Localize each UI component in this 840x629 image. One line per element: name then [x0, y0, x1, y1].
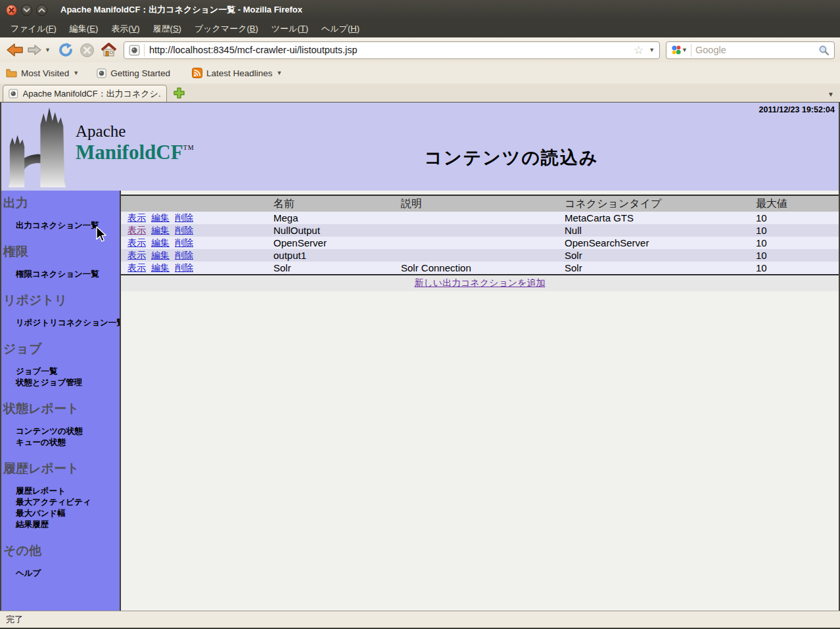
delete-link[interactable]: 削除 — [175, 212, 193, 224]
bookmark-most-visited[interactable]: Most Visited ▼ — [6, 68, 79, 78]
connection-name-cell: NullOutput — [268, 225, 396, 236]
bookmark-getting-started[interactable]: Getting Started — [97, 68, 174, 78]
all-tabs-button[interactable]: ▼ — [828, 91, 834, 98]
edit-link[interactable]: 編集 — [151, 237, 170, 249]
google-icon — [671, 45, 682, 55]
menu-edit[interactable]: 編集(E) — [63, 20, 105, 37]
row-actions: 表示 編集 削除 — [121, 237, 268, 249]
view-link[interactable]: 表示 — [128, 212, 146, 224]
add-connection-link[interactable]: 新しい出力コネクションを追加 — [415, 277, 546, 289]
edit-link[interactable]: 編集 — [151, 250, 170, 262]
row-actions: 表示 編集 削除 — [121, 212, 268, 224]
edit-link[interactable]: 編集 — [151, 212, 170, 224]
connection-name-cell: Solr — [268, 262, 396, 273]
edit-link[interactable]: 編集 — [151, 225, 170, 237]
nav-toolbar: ▼ ☆ ▼ ▼ — [0, 37, 840, 62]
connection-name-cell: Mega — [268, 212, 396, 223]
connection-type-cell: Solr — [559, 262, 751, 273]
delete-link[interactable]: 削除 — [175, 237, 193, 249]
stop-button[interactable] — [80, 43, 95, 58]
sidebar-item-max-bandwidth[interactable]: 最大バンド幅 — [1, 508, 120, 519]
tab-favicon-icon — [9, 89, 18, 99]
sidebar-item-help[interactable]: ヘルプ — [1, 568, 120, 579]
bookmark-latest-headlines[interactable]: Latest Headlines ▼ — [192, 68, 283, 78]
minimize-button[interactable] — [21, 5, 32, 16]
view-link[interactable]: 表示 — [128, 237, 146, 249]
dropdown-icon: ▼ — [277, 70, 283, 76]
sidebar-item-authority-connections[interactable]: 権限コネクション一覧 — [1, 269, 120, 280]
home-button[interactable] — [101, 43, 117, 57]
back-icon — [5, 42, 24, 58]
maximize-button[interactable] — [36, 5, 47, 16]
table-row: 表示 編集 削除 NullOutput Null 10 — [121, 224, 839, 237]
sidebar-header-status-reports: 状態レポート — [1, 402, 120, 416]
connection-name-cell: OpenServer — [268, 237, 396, 248]
delete-link[interactable]: 削除 — [175, 225, 193, 237]
row-actions: 表示 編集 削除 — [121, 225, 268, 237]
connection-type-cell: OpenSearchServer — [559, 237, 751, 248]
trademark-label: TM — [183, 144, 195, 151]
tab-active[interactable]: Apache ManifoldCF：出力コネクシ... — [3, 85, 167, 102]
max-column-header: 最大値 — [751, 197, 839, 211]
history-folder-icon — [6, 68, 17, 78]
menu-file[interactable]: ファイル(F) — [4, 20, 63, 37]
sidebar-item-output-connections[interactable]: 出力コネクション一覧 — [1, 220, 120, 231]
sidebar-header-repositories: リポジトリ — [1, 293, 120, 308]
menu-tools[interactable]: ツール(T) — [265, 20, 315, 37]
sidebar-item-repository-connections[interactable]: リポジトリコネクション一覧 — [1, 317, 120, 329]
search-engine-dropdown[interactable]: ▼ — [682, 47, 688, 53]
new-tab-button[interactable] — [173, 87, 185, 99]
connection-type-cell: Solr — [559, 250, 751, 261]
url-bar[interactable]: ☆ ▼ — [124, 41, 660, 59]
url-dropdown[interactable]: ▼ — [649, 47, 655, 53]
bookmarks-toolbar: Most Visited ▼ Getting Started Latest He… — [0, 62, 840, 83]
logo-bridge-icon — [3, 105, 74, 187]
edit-link[interactable]: 編集 — [151, 262, 170, 274]
sidebar-header-outputs: 出力 — [1, 196, 120, 210]
forward-button[interactable] — [26, 43, 43, 57]
sidebar-item-max-activity[interactable]: 最大アクティビティ — [1, 497, 120, 508]
stop-icon — [80, 43, 95, 58]
back-forward-dropdown[interactable]: ▼ — [45, 47, 51, 53]
connection-max-cell: 10 — [751, 250, 839, 261]
menubar: ファイル(F) 編集(E) 表示(V) 履歴(S) ブックマーク(B) ツール(… — [0, 20, 840, 37]
page-icon — [97, 68, 106, 78]
search-box[interactable]: ▼ — [666, 41, 835, 59]
menu-help[interactable]: ヘルプ(H) — [315, 20, 366, 37]
sidebar-header-misc: その他 — [1, 544, 120, 558]
page-title: コンテンツの読込み — [200, 146, 823, 170]
plus-icon — [173, 87, 185, 99]
sidebar-item-document-status[interactable]: コンテンツの状態 — [1, 426, 120, 437]
sidebar-item-job-list[interactable]: ジョブ一覧 — [1, 366, 120, 377]
menu-bookmarks[interactable]: ブックマーク(B) — [188, 20, 265, 37]
search-input[interactable] — [695, 45, 818, 55]
delete-link[interactable]: 削除 — [175, 262, 193, 274]
logo-manifoldcf: ManifoldCFTM — [76, 141, 195, 164]
url-input[interactable] — [149, 45, 634, 55]
sidebar-item-history-report[interactable]: 履歴レポート — [1, 486, 120, 497]
status-text: 完了 — [6, 614, 23, 626]
sidebar-item-queue-status[interactable]: キューの状態 — [1, 437, 120, 448]
menu-view[interactable]: 表示(V) — [105, 20, 146, 37]
rss-icon — [192, 68, 202, 78]
view-link[interactable]: 表示 — [128, 225, 146, 237]
menu-history[interactable]: 履歴(S) — [147, 20, 188, 37]
sidebar-header-jobs: ジョブ — [1, 342, 120, 356]
sidebar-item-result-history[interactable]: 結果履歴 — [1, 519, 120, 530]
connection-name-cell: output1 — [268, 250, 396, 261]
view-link[interactable]: 表示 — [128, 250, 146, 262]
reload-icon — [58, 42, 74, 58]
page-favicon-icon — [129, 45, 140, 56]
close-button[interactable] — [6, 5, 17, 16]
connection-type-cell: MetaCarta GTS — [559, 212, 751, 223]
bookmark-star-icon[interactable]: ☆ — [634, 45, 643, 56]
magnifier-icon[interactable] — [818, 45, 829, 56]
forward-icon — [26, 43, 43, 57]
delete-link[interactable]: 削除 — [175, 250, 193, 262]
page-header: Apache ManifoldCFTM 2011/12/23 19:52:04 … — [1, 103, 839, 191]
back-button[interactable] — [5, 42, 24, 58]
view-link[interactable]: 表示 — [128, 262, 146, 274]
reload-button[interactable] — [58, 42, 74, 58]
sidebar-item-status-job-management[interactable]: 状態とジョブ管理 — [1, 377, 120, 388]
page-body: 出力 出力コネクション一覧 権限 権限コネクション一覧 リポジトリ リポジトリコ… — [1, 191, 839, 611]
